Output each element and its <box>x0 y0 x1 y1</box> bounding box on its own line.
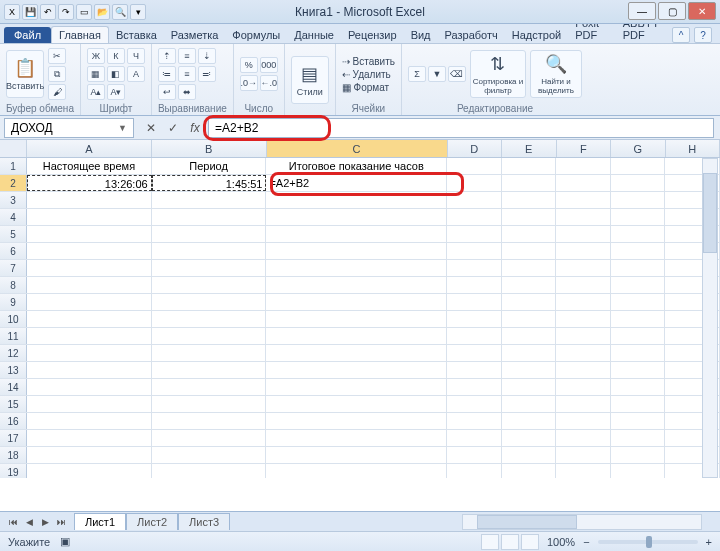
row-header-1[interactable]: 1 <box>0 158 27 174</box>
ribbon-tab-1[interactable]: Вставка <box>109 27 164 43</box>
horizontal-scrollbar[interactable] <box>462 514 702 530</box>
new-icon[interactable]: ▭ <box>76 4 92 20</box>
cell-G12[interactable] <box>611 345 666 361</box>
zoom-level[interactable]: 100% <box>547 536 575 548</box>
cell-F3[interactable] <box>556 192 611 208</box>
sheet-tab-0[interactable]: Лист1 <box>74 513 126 530</box>
row-header-3[interactable]: 3 <box>0 192 27 208</box>
cell-C16[interactable] <box>266 413 447 429</box>
cell-B19[interactable] <box>152 464 267 478</box>
cell-E6[interactable] <box>502 243 557 259</box>
cell-E8[interactable] <box>502 277 557 293</box>
cell-D11[interactable] <box>447 328 502 344</box>
column-header-A[interactable]: A <box>27 140 152 157</box>
cell-B10[interactable] <box>152 311 267 327</box>
cell-A14[interactable] <box>27 379 151 395</box>
zoom-in-button[interactable]: + <box>706 536 712 548</box>
cell-B5[interactable] <box>152 226 267 242</box>
underline-button[interactable]: Ч <box>127 48 145 64</box>
cell-D6[interactable] <box>447 243 502 259</box>
cell-E19[interactable] <box>502 464 557 478</box>
ribbon-tab-4[interactable]: Данные <box>287 27 341 43</box>
page-break-view-button[interactable] <box>521 534 539 550</box>
align-middle-icon[interactable]: ≡ <box>178 48 196 64</box>
cell-C5[interactable] <box>266 226 447 242</box>
cell-B18[interactable] <box>152 447 267 463</box>
save-icon[interactable]: 💾 <box>22 4 38 20</box>
cell-C12[interactable] <box>266 345 447 361</box>
sheet-nav-prev-icon[interactable]: ◀ <box>22 515 36 529</box>
column-header-E[interactable]: E <box>502 140 557 157</box>
cell-D15[interactable] <box>447 396 502 412</box>
cell-F8[interactable] <box>556 277 611 293</box>
autosum-icon[interactable]: Σ <box>408 66 426 82</box>
close-button[interactable]: ✕ <box>688 2 716 20</box>
column-header-B[interactable]: B <box>152 140 267 157</box>
cell-C15[interactable] <box>266 396 447 412</box>
font-color-icon[interactable]: A <box>127 66 145 82</box>
shrink-font-icon[interactable]: A▾ <box>107 84 125 100</box>
cell-F18[interactable] <box>556 447 611 463</box>
row-header-9[interactable]: 9 <box>0 294 27 310</box>
cell-E10[interactable] <box>502 311 557 327</box>
cell-B3[interactable] <box>152 192 267 208</box>
cell-E3[interactable] <box>502 192 557 208</box>
cell-B4[interactable] <box>152 209 267 225</box>
cell-E13[interactable] <box>502 362 557 378</box>
cell-E11[interactable] <box>502 328 557 344</box>
cell-A13[interactable] <box>27 362 151 378</box>
row-header-7[interactable]: 7 <box>0 260 27 276</box>
copy-icon[interactable]: ⧉ <box>48 66 66 82</box>
cell-A8[interactable] <box>27 277 151 293</box>
worksheet-grid[interactable]: 1Настоящее времяПериодИтоговое показание… <box>0 158 720 478</box>
cell-B8[interactable] <box>152 277 267 293</box>
cell-C19[interactable] <box>266 464 447 478</box>
cell-B7[interactable] <box>152 260 267 276</box>
cell-F15[interactable] <box>556 396 611 412</box>
cell-E16[interactable] <box>502 413 557 429</box>
qat-more-icon[interactable]: ▾ <box>130 4 146 20</box>
cell-E2[interactable] <box>502 175 557 191</box>
cell-E17[interactable] <box>502 430 557 446</box>
cell-A19[interactable] <box>27 464 151 478</box>
cell-D10[interactable] <box>447 311 502 327</box>
cell-D13[interactable] <box>447 362 502 378</box>
row-header-8[interactable]: 8 <box>0 277 27 293</box>
insert-function-button[interactable]: fx <box>186 119 204 137</box>
column-header-D[interactable]: D <box>448 140 503 157</box>
merge-center-icon[interactable]: ⬌ <box>178 84 196 100</box>
cell-A5[interactable] <box>27 226 151 242</box>
cell-C4[interactable] <box>266 209 447 225</box>
row-header-12[interactable]: 12 <box>0 345 27 361</box>
grow-font-icon[interactable]: A▴ <box>87 84 105 100</box>
cell-A4[interactable] <box>27 209 151 225</box>
cell-F7[interactable] <box>556 260 611 276</box>
align-top-icon[interactable]: ⇡ <box>158 48 176 64</box>
cell-F11[interactable] <box>556 328 611 344</box>
cell-F19[interactable] <box>556 464 611 478</box>
cell-G2[interactable] <box>611 175 666 191</box>
format-painter-icon[interactable]: 🖌 <box>48 84 66 100</box>
cell-A12[interactable] <box>27 345 151 361</box>
cell-D18[interactable] <box>447 447 502 463</box>
cell-C1[interactable]: Итоговое показание часов <box>266 158 447 174</box>
cell-F13[interactable] <box>556 362 611 378</box>
zoom-slider[interactable] <box>598 540 698 544</box>
excel-icon[interactable]: X <box>4 4 20 20</box>
cell-B15[interactable] <box>152 396 267 412</box>
ribbon-tab-8[interactable]: Надстрой <box>505 27 568 43</box>
print-preview-icon[interactable]: 🔍 <box>112 4 128 20</box>
align-right-icon[interactable]: ≕ <box>198 66 216 82</box>
cell-B9[interactable] <box>152 294 267 310</box>
row-header-14[interactable]: 14 <box>0 379 27 395</box>
cell-C17[interactable] <box>266 430 447 446</box>
column-header-F[interactable]: F <box>557 140 612 157</box>
cell-B16[interactable] <box>152 413 267 429</box>
cell-G5[interactable] <box>611 226 666 242</box>
cell-A6[interactable] <box>27 243 151 259</box>
cell-G8[interactable] <box>611 277 666 293</box>
cell-G4[interactable] <box>611 209 666 225</box>
cell-A1[interactable]: Настоящее время <box>27 158 151 174</box>
zoom-thumb[interactable] <box>646 536 652 548</box>
formula-input[interactable]: =A2+B2 <box>208 118 714 138</box>
